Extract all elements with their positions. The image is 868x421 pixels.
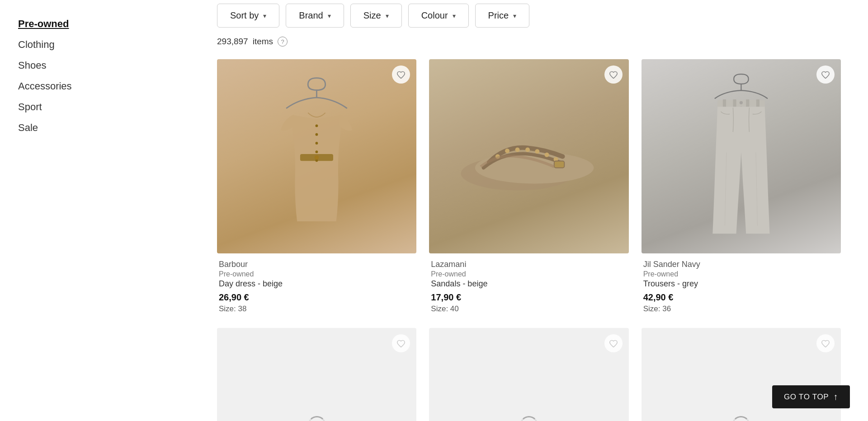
page-wrapper: Pre-owned Clothing Shoes Accessories Spo…	[0, 0, 868, 421]
product-condition-1: Pre-owned	[219, 270, 415, 278]
info-icon[interactable]: ?	[278, 37, 288, 47]
product-card-3[interactable]: Jil Sander Navy Pre-owned Trousers - gre…	[642, 59, 841, 315]
svg-point-22	[740, 101, 743, 104]
colour-button[interactable]: Colour ▾	[408, 4, 469, 28]
items-count: 293,897	[217, 37, 248, 47]
svg-point-12	[525, 147, 530, 152]
svg-rect-16	[554, 161, 565, 168]
size-button[interactable]: Size ▾	[350, 4, 402, 28]
wishlist-button-6[interactable]	[816, 334, 835, 352]
dress-illustration	[252, 74, 382, 239]
size-chevron-icon: ▾	[386, 12, 389, 19]
size-label: Size	[363, 10, 381, 21]
sidebar-item-sport[interactable]: Sport	[18, 97, 194, 117]
items-count-row: 293,897 items ?	[217, 37, 841, 47]
main-content: Sort by ▾ Brand ▾ Size ▾ Colour ▾ Price …	[212, 0, 868, 421]
product-image-wrap-5	[429, 328, 628, 421]
go-to-top-button[interactable]: GO TO TOP ↑	[772, 385, 850, 408]
colour-chevron-icon: ▾	[453, 12, 456, 19]
brand-label: Brand	[299, 10, 323, 21]
product-condition-3: Pre-owned	[643, 270, 839, 278]
sidebar-item-accessories[interactable]: Accessories	[18, 76, 194, 97]
wishlist-button-5[interactable]	[604, 334, 623, 352]
product-card-2[interactable]: Lazamani Pre-owned Sandals - beige 17,90…	[429, 59, 628, 315]
price-label: Price	[488, 10, 509, 21]
product-price-2: 17,90 €	[431, 292, 627, 303]
product-image-wrap-4	[217, 328, 416, 421]
product-price-1: 26,90 €	[219, 292, 415, 303]
product-image-wrap-3	[642, 59, 841, 253]
product-condition-2: Pre-owned	[431, 270, 627, 278]
sidebar-nav: Pre-owned Clothing Shoes Accessories Spo…	[18, 9, 194, 138]
product-brand-2: Lazamani	[431, 260, 627, 269]
product-card-1[interactable]: Barbour Pre-owned Day dress - beige 26,9…	[217, 59, 416, 315]
svg-point-2	[316, 142, 318, 145]
product-size-3: Size: 36	[643, 304, 839, 313]
product-name-2: Sandals - beige	[431, 279, 627, 289]
svg-point-1	[316, 133, 318, 136]
product-image-sandals	[429, 59, 628, 253]
svg-point-13	[535, 149, 540, 154]
sandals-illustration	[444, 89, 613, 225]
product-name-1: Day dress - beige	[219, 279, 415, 289]
sort-by-label: Sort by	[230, 10, 259, 21]
filter-bar: Sort by ▾ Brand ▾ Size ▾ Colour ▾ Price …	[217, 4, 841, 28]
sort-by-chevron-icon: ▾	[263, 12, 266, 19]
brand-button[interactable]: Brand ▾	[286, 4, 344, 28]
loading-spinner-4	[308, 416, 326, 421]
price-button[interactable]: Price ▾	[475, 4, 530, 28]
product-card-5	[429, 328, 628, 421]
loading-spinner-5	[520, 416, 538, 421]
svg-point-11	[515, 147, 520, 152]
wishlist-button-4[interactable]	[392, 334, 410, 352]
product-brand-1: Barbour	[219, 260, 415, 269]
sidebar: Pre-owned Clothing Shoes Accessories Spo…	[0, 0, 212, 421]
product-card-4	[217, 328, 416, 421]
heart-icon	[821, 339, 830, 347]
price-chevron-icon: ▾	[513, 12, 516, 19]
sidebar-item-pre-owned[interactable]: Pre-owned	[18, 14, 194, 34]
go-to-top-label: GO TO TOP	[784, 393, 829, 402]
product-image-wrap-1	[217, 59, 416, 253]
heart-icon	[609, 70, 618, 79]
sidebar-item-shoes[interactable]: Shoes	[18, 55, 194, 76]
product-info-1: Barbour Pre-owned Day dress - beige 26,9…	[217, 253, 416, 315]
product-size-1: Size: 38	[219, 304, 415, 313]
colour-label: Colour	[421, 10, 448, 21]
svg-point-0	[316, 125, 318, 127]
svg-point-6	[315, 155, 319, 160]
trousers-illustration	[681, 71, 801, 242]
heart-icon	[396, 70, 406, 79]
product-info-2: Lazamani Pre-owned Sandals - beige 17,90…	[429, 253, 628, 315]
wishlist-button-3[interactable]	[816, 65, 835, 84]
product-grid: Barbour Pre-owned Day dress - beige 26,9…	[217, 59, 841, 421]
product-info-3: Jil Sander Navy Pre-owned Trousers - gre…	[642, 253, 841, 315]
brand-chevron-icon: ▾	[328, 12, 331, 19]
arrow-up-icon: ↑	[833, 392, 838, 402]
sidebar-item-clothing[interactable]: Clothing	[18, 34, 194, 55]
svg-point-10	[505, 148, 509, 153]
svg-point-14	[545, 152, 549, 157]
product-image-dress	[217, 59, 416, 253]
product-brand-3: Jil Sander Navy	[643, 260, 839, 269]
product-name-3: Trousers - grey	[643, 279, 839, 289]
sort-by-button[interactable]: Sort by ▾	[217, 4, 279, 28]
heart-icon	[396, 339, 406, 347]
product-price-3: 42,90 €	[643, 292, 839, 303]
product-size-2: Size: 40	[431, 304, 627, 313]
loading-spinner-6	[732, 416, 750, 421]
wishlist-button-2[interactable]	[604, 65, 623, 84]
heart-icon	[821, 70, 830, 79]
product-image-wrap-2	[429, 59, 628, 253]
items-label: items	[253, 37, 273, 47]
svg-point-3	[316, 150, 318, 153]
product-image-trousers	[642, 59, 841, 253]
sidebar-item-sale[interactable]: Sale	[18, 117, 194, 138]
heart-icon	[609, 339, 618, 347]
